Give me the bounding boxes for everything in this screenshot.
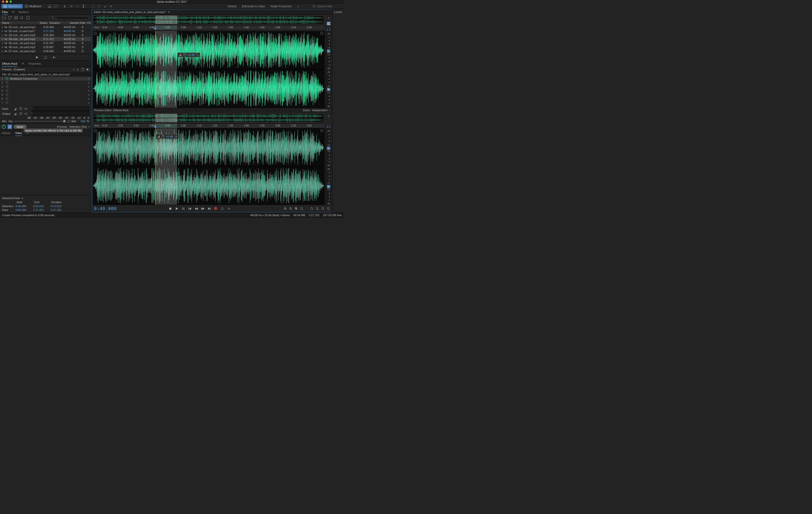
autoplay-icon[interactable] <box>52 56 56 59</box>
zoom-out-amp-icon[interactable] <box>316 207 319 210</box>
files-search[interactable]: ▾ <box>49 16 89 20</box>
save-preset-icon[interactable] <box>76 68 79 71</box>
col-sample-rate[interactable]: Sample Rate <box>69 21 87 24</box>
playhead-marker-icon[interactable] <box>154 126 156 128</box>
headphone-icon[interactable] <box>327 27 330 31</box>
channel-l-button[interactable]: L <box>327 49 330 53</box>
effect-slot[interactable]: 6▸ <box>0 97 91 101</box>
hud-db-value[interactable]: +0 dB <box>187 53 195 56</box>
col-duration[interactable]: Duration <box>50 21 69 24</box>
col-status[interactable]: Status <box>39 21 50 24</box>
zoom-full-icon[interactable] <box>294 207 298 210</box>
zoom-in-icon[interactable] <box>284 207 287 210</box>
rewind-button[interactable] <box>195 207 198 210</box>
toggle-channels-icon[interactable] <box>327 22 330 26</box>
tab-history[interactable]: History <box>2 132 10 135</box>
lasso-tool-icon[interactable] <box>97 4 101 8</box>
tab-properties[interactable]: Properties <box>28 62 41 65</box>
gain-hud[interactable]: +0 dB <box>177 53 200 57</box>
workspace-more-icon[interactable]: » <box>297 5 299 8</box>
file-row[interactable]: ▸03-root...ub-yard.mp33:05.36444100 HzS <box>0 33 91 37</box>
presets-dropdown[interactable]: (Custom) <box>13 68 71 71</box>
channel-r-button[interactable]: R <box>327 88 330 91</box>
new-multitrack-icon[interactable] <box>14 16 18 20</box>
slip-tool-icon[interactable] <box>75 4 80 8</box>
rack-list-icon[interactable] <box>7 124 12 129</box>
effect-slot[interactable]: 4▸ <box>0 89 91 93</box>
sv-sel-duration[interactable]: 0:13.813 <box>51 205 68 208</box>
file-row[interactable]: ▸01-root...ub-yard.mp33:24.43444100 HzS <box>0 25 91 29</box>
stop-button[interactable] <box>169 207 172 210</box>
file-row[interactable]: ▸07-root...ub-yard.mp33:36.65944100 HzS <box>0 49 91 53</box>
favorite-icon[interactable]: ★ <box>86 67 89 72</box>
input-knob-icon[interactable] <box>19 107 23 111</box>
minimize-window-icon[interactable] <box>6 0 8 3</box>
close-file-icon[interactable] <box>26 16 30 20</box>
expand-icon[interactable] <box>196 53 199 56</box>
collapse-icon[interactable] <box>174 135 177 138</box>
effect-slot[interactable]: 5▸ <box>0 93 91 97</box>
effect-slot[interactable]: 1Multiband Compressor▸ <box>0 77 91 81</box>
files-panel-menu-icon[interactable]: ≡ <box>12 10 14 14</box>
mix-wet-value[interactable]: 100 <box>81 120 85 123</box>
effect-slot[interactable]: 3▸ <box>0 85 91 89</box>
preview-waveform[interactable]: +0 dB <box>93 128 324 205</box>
effect-slot[interactable]: 2▸ <box>0 81 91 85</box>
razor-tool-icon[interactable] <box>69 4 74 8</box>
zoom-window-icon[interactable] <box>9 0 12 3</box>
effect-slot[interactable]: 7▸ <box>0 101 91 105</box>
spectral-freq-toggle-icon[interactable] <box>48 4 52 8</box>
close-window-icon[interactable] <box>2 0 4 3</box>
editor-waveform[interactable]: +0 dB <box>93 31 324 108</box>
col-channels[interactable]: Ch <box>87 21 91 24</box>
multitrack-mode-button[interactable]: Multitrack <box>23 4 43 8</box>
files-list[interactable]: ▸01-root...ub-yard.mp33:24.43444100 HzS▸… <box>0 25 91 54</box>
play-icon[interactable] <box>35 56 39 59</box>
spectral-pitch-toggle-icon[interactable] <box>54 4 58 8</box>
go-to-end-button[interactable] <box>208 207 211 210</box>
sv-view-duration[interactable]: 2:27.252 <box>51 208 68 211</box>
zoom-selection-icon[interactable] <box>300 207 303 210</box>
insert-into-multitrack-icon[interactable] <box>20 16 24 20</box>
loop-button[interactable] <box>221 207 224 210</box>
hud-db-value[interactable]: +0 dB <box>166 135 173 138</box>
file-row[interactable]: ▸06-root...ub-yard.mp33:29.86744100 HzS <box>0 45 91 49</box>
help-search-input[interactable] <box>317 5 342 8</box>
col-name[interactable]: Name ↑ <box>2 21 39 24</box>
rack-power-icon[interactable] <box>1 124 6 129</box>
output-value[interactable]: +0 <box>24 112 30 115</box>
knob-icon[interactable] <box>183 53 186 56</box>
channel-l-button[interactable]: L <box>327 146 330 150</box>
input-value[interactable]: +0 <box>24 107 30 110</box>
tab-video[interactable]: Video <box>15 132 22 135</box>
editor-ruler[interactable]: hms 0:100:200:300:400:501:001:101:201:30… <box>93 25 324 30</box>
headphone-icon[interactable] <box>327 124 330 128</box>
gain-hud[interactable]: +0 dB <box>156 134 179 139</box>
time-select-tool-icon[interactable] <box>81 4 86 8</box>
editor-panel-menu-icon[interactable]: ≡ <box>168 10 170 13</box>
move-tool-icon[interactable] <box>63 4 68 8</box>
file-row[interactable]: ▸05-root...ub-yard.mp33:15.78744100 HzS <box>0 41 91 45</box>
process-dropdown[interactable]: Selection Only <box>69 125 87 128</box>
file-row[interactable]: ▸04-root...ub-yard.mp33:21.01244100 HzS <box>0 37 91 41</box>
overview-selection[interactable] <box>155 114 177 122</box>
zoom-in-time-icon[interactable] <box>321 207 325 210</box>
loop-icon[interactable] <box>44 56 47 59</box>
selection-view-menu-icon[interactable]: ≡ <box>22 197 23 200</box>
sv-view-start[interactable]: 0:00.000 <box>16 208 33 211</box>
mix-slider[interactable] <box>14 121 65 121</box>
selection-region[interactable] <box>155 128 177 205</box>
marquee-tool-icon[interactable] <box>91 4 95 8</box>
zoom-in-amp-icon[interactable] <box>310 207 314 210</box>
sv-sel-end[interactable]: 0:53.813 <box>33 205 51 208</box>
selection-region[interactable] <box>155 31 177 108</box>
tab-files[interactable]: Files <box>2 10 8 13</box>
fast-forward-button[interactable] <box>201 207 205 210</box>
workspace-edit-audio-video[interactable]: Edit Audio to Video <box>242 5 265 8</box>
preview-overview[interactable] <box>93 114 324 122</box>
record-button[interactable] <box>214 207 218 210</box>
waveform-mode-button[interactable]: Waveform <box>1 4 23 8</box>
tab-effects-rack[interactable]: Effects Rack <box>2 62 18 65</box>
timecode-display[interactable]: 0:40.000 <box>94 206 117 211</box>
workspace-default[interactable]: Default <box>228 5 236 8</box>
